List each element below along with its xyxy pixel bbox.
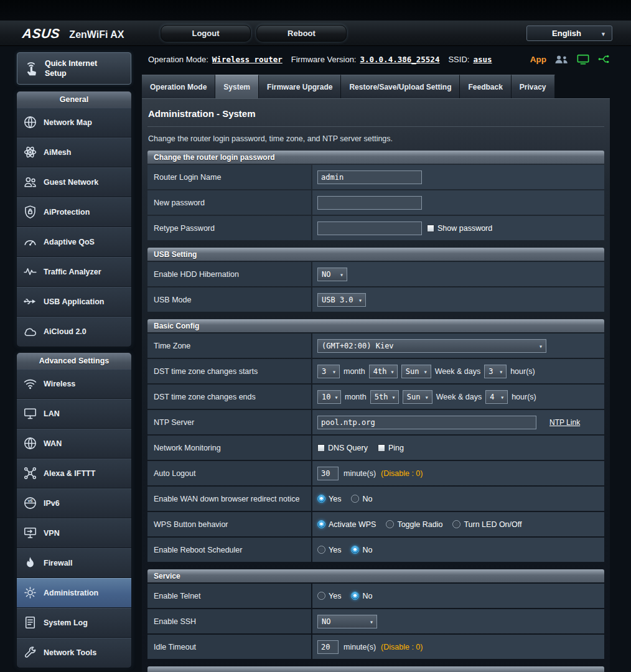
sidebar-item-wan[interactable]: WAN — [17, 429, 131, 459]
screen-icon[interactable] — [577, 54, 589, 65]
gear-icon — [22, 585, 38, 600]
chevron-down-icon — [340, 270, 344, 279]
wan-notice-no-radio[interactable]: No — [351, 495, 372, 503]
wps-led-radio-input[interactable] — [452, 520, 460, 528]
ssid-label: SSID: — [448, 55, 469, 64]
telnet-no-radio[interactable]: No — [351, 592, 372, 600]
tab-restore-save-upload[interactable]: Restore/Save/Upload Setting — [341, 75, 460, 98]
tab-feedback[interactable]: Feedback — [460, 75, 511, 98]
sidebar-item-vpn[interactable]: VPN — [17, 518, 131, 548]
wps-toggle-radio[interactable]: Toggle Radio — [386, 520, 442, 529]
sidebar-item-aicloud[interactable]: AiCloud 2.0 — [17, 317, 131, 347]
dst-start-week-select[interactable]: 4th — [369, 365, 398, 378]
telnet-no-radio-input[interactable] — [351, 592, 359, 600]
share-nodes-icon[interactable] — [597, 54, 610, 64]
sidebar-item-firewall[interactable]: Firewall — [17, 548, 131, 578]
ntp-link[interactable]: NTP Link — [549, 418, 580, 427]
reboot-button[interactable]: Reboot — [256, 25, 347, 42]
quick-internet-setup-button[interactable]: Quick Internet Setup — [17, 52, 131, 85]
app-link[interactable]: App — [530, 55, 546, 64]
sidebar-item-aiprotection[interactable]: AiProtection — [17, 197, 131, 227]
usb-mode-select[interactable]: USB 3.0 — [317, 293, 366, 307]
dst-start-day-select[interactable]: Sun — [401, 365, 431, 378]
sidebar-item-ipv6[interactable]: IPv6 — [17, 488, 131, 518]
sidebar-item-network-tools[interactable]: Network Tools — [17, 638, 131, 668]
operation-mode-link[interactable]: Wireless router — [212, 55, 283, 64]
logout-button[interactable]: Logout — [161, 25, 251, 42]
dst-start-hour-select[interactable]: 3 — [484, 365, 507, 378]
section-header-basic-config: Basic Config — [147, 319, 604, 332]
chevron-down-icon — [500, 393, 504, 401]
tab-privacy[interactable]: Privacy — [512, 75, 555, 98]
ssh-select[interactable]: NO — [317, 615, 377, 628]
dst-end-hour-select[interactable]: 4 — [485, 390, 508, 404]
login-password-table: Router Login Name New password Retype Pa… — [147, 165, 604, 240]
dst-end-day-select[interactable]: Sun — [403, 390, 432, 404]
chevron-down-icon — [499, 367, 503, 376]
reboot-scheduler-yes-radio[interactable]: Yes — [317, 546, 341, 554]
show-password-checkbox[interactable]: Show password — [427, 224, 492, 233]
tab-firmware-upgrade[interactable]: Firmware Upgrade — [259, 75, 341, 98]
sidebar-item-lan[interactable]: LAN — [17, 399, 131, 429]
idle-timeout-label: Idle Timeout — [147, 635, 311, 659]
chevron-down-icon — [358, 296, 362, 304]
dst-end-week-select[interactable]: 5th — [370, 390, 399, 404]
section-header-service: Service — [147, 569, 604, 582]
wan-notice-yes-radio[interactable]: Yes — [317, 495, 341, 503]
dns-query-checkbox-input[interactable] — [317, 444, 325, 452]
users-icon[interactable] — [554, 55, 569, 64]
sidebar-item-network-map[interactable]: Network Map — [17, 108, 131, 138]
language-dropdown[interactable]: English — [526, 26, 612, 41]
sidebar-header-general: General — [17, 91, 131, 108]
wps-activate-radio-input[interactable] — [317, 520, 325, 528]
wan-notice-yes-radio-input[interactable] — [317, 495, 325, 503]
hdd-hibernation-select[interactable]: NO — [317, 268, 347, 281]
nodes-icon — [22, 465, 38, 481]
tab-operation-mode[interactable]: Operation Mode — [142, 75, 215, 98]
sidebar-item-usb-application[interactable]: USB Application — [17, 287, 131, 317]
telnet-yes-radio-input[interactable] — [317, 592, 325, 600]
router-login-name-input[interactable] — [317, 170, 422, 184]
new-password-label: New password — [147, 190, 311, 215]
ping-checkbox-input[interactable] — [378, 444, 385, 452]
ssid-link[interactable]: asus — [473, 55, 492, 64]
wan-notice-no-radio-input[interactable] — [351, 495, 359, 503]
retype-password-input[interactable] — [317, 222, 422, 235]
reboot-scheduler-no-radio[interactable]: No — [351, 546, 372, 554]
usb-icon — [22, 294, 38, 309]
auto-logout-input[interactable] — [317, 467, 339, 480]
atom-icon — [22, 144, 38, 160]
sidebar-item-guest-network[interactable]: Guest Network — [17, 167, 131, 197]
sidebar-item-traffic-analyzer[interactable]: Traffic Analyzer — [17, 257, 131, 287]
sidebar-item-adaptive-qos[interactable]: Adaptive QoS — [17, 227, 131, 257]
users-icon — [22, 174, 38, 190]
wps-led-radio[interactable]: Turn LED On/Off — [452, 520, 521, 529]
show-password-checkbox-input[interactable] — [427, 225, 434, 232]
dst-start-month-select[interactable]: 3 — [317, 365, 340, 378]
new-password-input[interactable] — [317, 196, 422, 210]
tab-system[interactable]: System — [215, 75, 259, 98]
sidebar-item-administration[interactable]: Administration — [17, 578, 131, 608]
sidebar-item-alexa-ifttt[interactable]: Alexa & IFTTT — [17, 459, 131, 488]
reboot-scheduler-no-radio-input[interactable] — [351, 546, 359, 554]
idle-timeout-input[interactable] — [317, 640, 339, 654]
chevron-down-icon — [391, 393, 395, 401]
chevron-down-icon — [425, 393, 429, 401]
dst-end-month-select[interactable]: 10 — [317, 390, 341, 404]
firmware-version-link[interactable]: 3.0.0.4.386_25524 — [360, 55, 439, 64]
sidebar-item-wireless[interactable]: Wireless — [17, 369, 131, 399]
ntp-server-input[interactable] — [317, 416, 536, 429]
wps-toggle-radio-input[interactable] — [386, 520, 394, 528]
asus-logo: ASUS — [22, 26, 61, 41]
time-zone-select[interactable]: (GMT+02:00) Kiev — [317, 339, 546, 353]
wrench-icon — [22, 645, 38, 661]
dns-query-checkbox[interactable]: DNS Query — [317, 444, 368, 452]
ping-checkbox[interactable]: Ping — [378, 444, 404, 452]
chevron-down-icon — [424, 367, 428, 376]
week-days-unit: Week & days — [436, 393, 482, 401]
wps-activate-radio[interactable]: Activate WPS — [317, 520, 376, 529]
sidebar-item-system-log[interactable]: System Log — [17, 608, 131, 638]
sidebar-item-aimesh[interactable]: AiMesh — [17, 138, 131, 167]
telnet-yes-radio[interactable]: Yes — [317, 592, 341, 600]
reboot-scheduler-yes-radio-input[interactable] — [317, 546, 325, 554]
